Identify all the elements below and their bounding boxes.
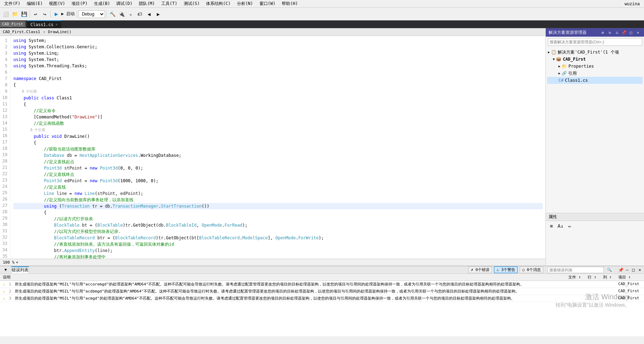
code-line: btr.AppendEntity(line);	[13, 247, 543, 254]
menu-item-help[interactable]: 帮助(H)	[279, 0, 301, 7]
line-num-10: 10	[1, 94, 7, 101]
toolbar-save-btn[interactable]: 💾	[20, 10, 28, 18]
tree-properties-expand[interactable]: ▶	[558, 63, 560, 69]
menu-item-team[interactable]: 团队(M)	[136, 0, 158, 7]
sidebar-sync-icon[interactable]: ⇄	[600, 29, 606, 36]
table-row[interactable]: ⚠ 1 所生成项目的处理器架构"MSIL"与引用"accoremgd"的处理器架…	[0, 281, 644, 288]
toolbar-breakpoints-btn[interactable]: ⬦	[126, 10, 135, 18]
error-desc: ⚠ 2 所生成项目的处理器架构"MSIL"与引用"acdbmgd"的处理器架构"…	[0, 288, 565, 295]
code-content[interactable]: using System;using System.Collections.Ge…	[11, 36, 545, 259]
code-line: BlockTable bt = (BlockTable)tr.GetObject…	[13, 222, 543, 228]
menu-item-project[interactable]: 项目(P)	[69, 0, 90, 7]
error-num: 3	[9, 296, 11, 301]
toolbar-start-btn[interactable]: ▶	[52, 10, 61, 18]
tree-project-expand[interactable]: ▼	[553, 56, 555, 62]
code-line: 0 个引用	[13, 127, 543, 133]
toolbar-attach-btn[interactable]: 🔌	[117, 10, 126, 18]
prop-alpha-btn[interactable]: A↓	[556, 222, 565, 230]
menu-item-debug[interactable]: 调试(D)	[113, 0, 135, 7]
warning-icon: ⚠	[3, 296, 5, 301]
menu-item-arch[interactable]: 体系结构(C)	[203, 0, 233, 7]
bottom-tab-errors[interactable]: 错误列表	[11, 266, 29, 274]
toolbar-undo-btn[interactable]: ↩	[31, 10, 40, 18]
error-col	[600, 295, 615, 302]
code-line: using System.Collections.Generic;	[13, 44, 543, 50]
tab-close-btn[interactable]: ×	[56, 23, 58, 26]
toolbar-open-btn[interactable]: 📁	[11, 10, 19, 18]
bottom-minimize-btn[interactable]: —	[624, 267, 630, 273]
code-line: {	[13, 140, 543, 146]
bottom-filter-warnings-btn[interactable]: ⚠ 3个警告	[494, 266, 518, 273]
bottom-maximize-btn[interactable]: □	[631, 267, 636, 273]
col-file[interactable]: 文件 ↑	[565, 274, 585, 281]
menu-item-tools[interactable]: 工具(T)	[158, 0, 180, 7]
toolbar-build-btn[interactable]: 🔨	[108, 10, 117, 18]
sidebar-pin-icon[interactable]: 📌	[621, 29, 627, 36]
bottom-filter-info-btn[interactable]: ○ 0个消息	[520, 266, 543, 273]
breadcrumb-class[interactable]: CAD_First.Class1	[3, 30, 40, 34]
zoom-bar: 100 % ▾	[0, 259, 545, 266]
col-col[interactable]: 列 ↑	[600, 274, 615, 281]
toolbar-debug-dropdown[interactable]: Debug Release	[79, 10, 105, 18]
toolbar-nav-btn1[interactable]: ◀	[145, 10, 153, 18]
error-file	[565, 281, 585, 288]
code-line: //定义直线起点	[13, 159, 543, 165]
tree-properties[interactable]: ▶ 📁 Properties	[547, 63, 643, 70]
menu-item-edit[interactable]: 编辑(E)	[24, 0, 46, 7]
menu-item-file[interactable]: 文件(F)	[1, 0, 23, 7]
line-num-33: 33	[1, 240, 7, 247]
code-line: [CommandMethod("DrawLine")]	[13, 114, 543, 120]
project-label: CAD_First	[563, 56, 586, 62]
bottom-pin-btn[interactable]: 📌	[618, 267, 624, 273]
bottom-tab-filter-btn[interactable]: ▼	[1, 266, 10, 274]
project-title: CAD_First	[0, 21, 26, 27]
tree-class1[interactable]: C# Class1.cs	[547, 77, 643, 84]
error-search-input[interactable]	[548, 267, 604, 273]
breadcrumb-method[interactable]: DrawLine()	[48, 30, 71, 34]
toolbar-nav-btn2[interactable]: ▶	[154, 10, 162, 18]
toolbar-redo-btn[interactable]: ↪	[40, 10, 49, 18]
code-line: 0 个引用	[13, 88, 543, 95]
col-project[interactable]: 项目 ↑	[615, 274, 644, 281]
error-line	[585, 281, 600, 288]
code-line: {	[13, 209, 543, 216]
sidebar-maximize-icon[interactable]: □	[628, 29, 634, 36]
code-line: //获取当前活动图形数据库	[13, 146, 543, 152]
prop-edit-btn[interactable]: ✏	[565, 222, 574, 230]
bottom-close-btn[interactable]: ×	[637, 267, 643, 273]
code-line: //定义命令	[13, 108, 543, 114]
menu-item-view[interactable]: 视图(V)	[46, 0, 68, 7]
col-line[interactable]: 行 ↑	[585, 274, 600, 281]
toolbar-new-btn[interactable]: ⬜	[1, 10, 10, 18]
toolbar-bookmark-btn[interactable]: 🏷	[136, 10, 144, 18]
warning-icon: ⚠	[3, 289, 5, 294]
error-desc: ⚠ 3 所生成项目的处理器架构"MSIL"与引用"acmgd"的处理器架构"AM…	[0, 295, 565, 302]
table-row[interactable]: ⚠ 3 所生成项目的处理器架构"MSIL"与引用"acmgd"的处理器架构"AM…	[0, 295, 644, 302]
tree-references[interactable]: ▶ 🔗 引用	[547, 70, 643, 77]
col-desc[interactable]: 说明	[0, 274, 565, 281]
menu-item-build[interactable]: 生成(B)	[91, 0, 113, 7]
error-line	[585, 295, 600, 302]
tree-solution-expand[interactable]: ▶	[548, 49, 550, 55]
project-icon: 📦	[556, 56, 561, 62]
tree-solution[interactable]: ▶ 📋 解决方案'CAD_First'(1 个项	[547, 49, 643, 56]
tree-references-expand[interactable]: ▶	[558, 70, 560, 76]
code-area[interactable]: 1234567891011121314151617181920212223242…	[0, 36, 545, 259]
line-num-13: 13	[1, 113, 7, 120]
sidebar-search-input[interactable]	[548, 38, 642, 46]
prop-cat-btn[interactable]: ≡	[547, 222, 556, 230]
sidebar-close-icon[interactable]: ×	[635, 29, 641, 36]
sidebar-home-icon[interactable]: ⌂	[614, 29, 620, 36]
line-num-19: 19	[1, 152, 7, 158]
menu-item-window[interactable]: 窗口(W)	[257, 0, 279, 7]
editor-tab[interactable]: Class1.cs ×	[27, 20, 61, 28]
menu-item-test[interactable]: 测试(S)	[181, 0, 203, 7]
menu-item-analyze[interactable]: 分析(N)	[234, 0, 256, 7]
tree-project[interactable]: ▼ 📦 CAD_First	[547, 56, 643, 63]
zoom-dropdown-btn[interactable]: ▾	[16, 260, 18, 265]
error-search-icon[interactable]: 🔍	[605, 266, 614, 274]
table-row[interactable]: ⚠ 2 所生成项目的处理器架构"MSIL"与引用"acdbmgd"的处理器架构"…	[0, 288, 644, 295]
sidebar-refresh-icon[interactable]: ↻	[607, 29, 613, 36]
bottom-filter-errors-btn[interactable]: ✗ 0个错误	[468, 266, 492, 273]
errors-table: 说明 文件 ↑ 行 ↑ 列 ↑ 项目 ↑ ⚠ 1 所生成项目的处理器架构"MSI…	[0, 274, 644, 302]
